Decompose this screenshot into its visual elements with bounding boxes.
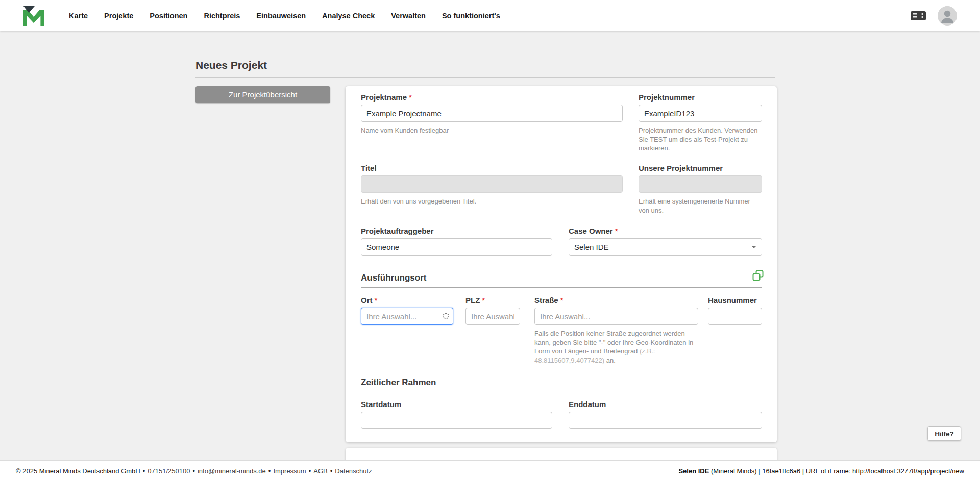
field-unsere-projektnummer: Unsere Projektnummer Erhält eine systemg… — [639, 164, 762, 215]
strasse-input[interactable] — [534, 308, 698, 325]
top-navbar: Karte Projekte Positionen Richtpreis Ein… — [0, 0, 980, 31]
required-asterisk: * — [482, 296, 485, 305]
footer: © 2025 Mineral Minds Deutschland GmbH • … — [0, 460, 980, 481]
person-icon — [938, 6, 957, 26]
field-enddatum: Enddatum — [569, 400, 762, 429]
server-icon — [910, 10, 926, 21]
loading-spinner-icon — [443, 313, 449, 319]
nav-item-verwalten[interactable]: Verwalten — [391, 12, 426, 20]
footer-datenschutz-link[interactable]: Datenschutz — [335, 467, 372, 475]
copy-icon — [752, 270, 764, 281]
strasse-label: Straße * — [534, 296, 698, 305]
hausnummer-input[interactable] — [708, 308, 762, 325]
nav-item-positionen[interactable]: Positionen — [150, 12, 187, 20]
projektnummer-input[interactable] — [639, 105, 762, 122]
field-strasse: Straße * Falls die Position keiner Straß… — [534, 296, 698, 365]
page-title: Neues Projekt — [195, 59, 267, 71]
unsere-projektnummer-helper: Erhält eine systemgenerierte Nummer von … — [639, 197, 762, 215]
projektauftraggeber-input[interactable] — [361, 238, 552, 256]
field-case-owner: Case Owner * Selen IDE — [569, 226, 762, 256]
case-owner-select[interactable]: Selen IDE — [569, 238, 762, 256]
help-button[interactable]: Hilfe? — [927, 426, 961, 441]
startdatum-label: Startdatum — [361, 400, 552, 409]
ort-input[interactable] — [361, 308, 453, 325]
section-zeitlicher-rahmen-heading: Zeitlicher Rahmen — [361, 377, 436, 388]
field-projektnummer: Projektnummer Projektnummer des Kunden. … — [639, 93, 762, 153]
case-owner-label: Case Owner * — [569, 226, 762, 235]
topbar-right — [910, 6, 957, 26]
enddatum-input[interactable] — [569, 412, 762, 429]
unsere-projektnummer-input — [639, 175, 762, 193]
footer-separator: • — [143, 467, 145, 475]
projektauftraggeber-label: Projektauftraggeber — [361, 226, 552, 235]
case-owner-selected-value: Selen IDE — [574, 243, 609, 251]
footer-session-info: Selen IDE (Mineral Minds) | 16fae1ffc6a6… — [678, 467, 964, 475]
chevron-down-icon — [751, 246, 756, 248]
required-asterisk: * — [409, 93, 412, 102]
section-ausfuehrungsort-heading: Ausführungsort — [361, 273, 426, 283]
logo-m-icon — [23, 6, 44, 26]
required-asterisk: * — [560, 296, 564, 305]
field-startdatum: Startdatum — [361, 400, 552, 429]
footer-left: © 2025 Mineral Minds Deutschland GmbH • … — [16, 467, 372, 475]
main-nav: Karte Projekte Positionen Richtpreis Ein… — [69, 12, 500, 20]
footer-separator: • — [268, 467, 271, 475]
mineral-minds-logo[interactable] — [23, 6, 44, 26]
devices-button[interactable] — [910, 10, 926, 21]
enddatum-label: Enddatum — [569, 400, 762, 409]
projektname-input[interactable] — [361, 105, 623, 122]
project-form-card: Projektname * Name vom Kunden festlegbar… — [346, 86, 777, 442]
title-divider — [195, 77, 775, 78]
nav-item-so-funktionierts[interactable]: So funktioniert's — [442, 12, 500, 20]
footer-separator: • — [309, 467, 311, 475]
nav-item-analyse-check[interactable]: Analyse Check — [322, 12, 375, 20]
required-asterisk: * — [375, 296, 378, 305]
hausnummer-label: Hausnummer — [708, 296, 762, 305]
nav-item-einbauweisen[interactable]: Einbauweisen — [256, 12, 306, 20]
field-ort: Ort * — [361, 296, 453, 325]
nav-item-richtpreis[interactable]: Richtpreis — [204, 12, 240, 20]
plz-label: PLZ * — [465, 296, 520, 305]
unsere-projektnummer-label: Unsere Projektnummer — [639, 164, 762, 172]
field-projektname: Projektname * Name vom Kunden festlegbar — [361, 93, 623, 135]
field-plz: PLZ * — [465, 296, 520, 325]
field-titel: Titel Erhält den von uns vorgegebenen Ti… — [361, 164, 623, 206]
required-asterisk: * — [615, 226, 618, 235]
nav-item-karte[interactable]: Karte — [69, 12, 88, 20]
projektname-label: Projektname * — [361, 93, 623, 102]
titel-label: Titel — [361, 164, 623, 172]
plz-input[interactable] — [465, 308, 520, 325]
section-divider — [361, 392, 762, 392]
titel-input — [361, 175, 623, 193]
section-divider — [361, 287, 762, 288]
footer-copyright: © 2025 Mineral Minds Deutschland GmbH — [16, 467, 140, 475]
footer-separator: • — [330, 467, 333, 475]
projektname-helper: Name vom Kunden festlegbar — [361, 126, 623, 135]
footer-phone-link[interactable]: 07151/250100 — [148, 467, 190, 475]
copy-location-button[interactable] — [752, 270, 764, 283]
footer-session-details: (Mineral Minds) | 16fae1ffc6a6 | URL of … — [709, 467, 964, 475]
project-overview-button[interactable]: Zur Projektübersicht — [195, 86, 330, 103]
projektnummer-label: Projektnummer — [639, 93, 762, 102]
footer-email-link[interactable]: info@mineral-minds.de — [198, 467, 266, 475]
field-hausnummer: Hausnummer — [708, 296, 762, 325]
footer-impressum-link[interactable]: Impressum — [273, 467, 306, 475]
ort-label: Ort * — [361, 296, 453, 305]
field-projektauftraggeber: Projektauftraggeber — [361, 226, 552, 256]
nav-item-projekte[interactable]: Projekte — [104, 12, 133, 20]
ort-input-wrapper — [361, 308, 453, 325]
strasse-helper: Falls die Position keiner Straße zugeord… — [534, 329, 698, 365]
footer-user: Selen IDE — [678, 467, 709, 475]
projektnummer-helper: Projektnummer des Kunden. Verwenden Sie … — [639, 126, 762, 153]
footer-agb-link[interactable]: AGB — [313, 467, 327, 475]
app-root: Karte Projekte Positionen Richtpreis Ein… — [0, 0, 980, 481]
titel-helper: Erhält den von uns vorgegebenen Titel. — [361, 197, 623, 206]
user-avatar[interactable] — [938, 6, 957, 26]
footer-separator: • — [192, 467, 195, 475]
startdatum-input[interactable] — [361, 412, 552, 429]
